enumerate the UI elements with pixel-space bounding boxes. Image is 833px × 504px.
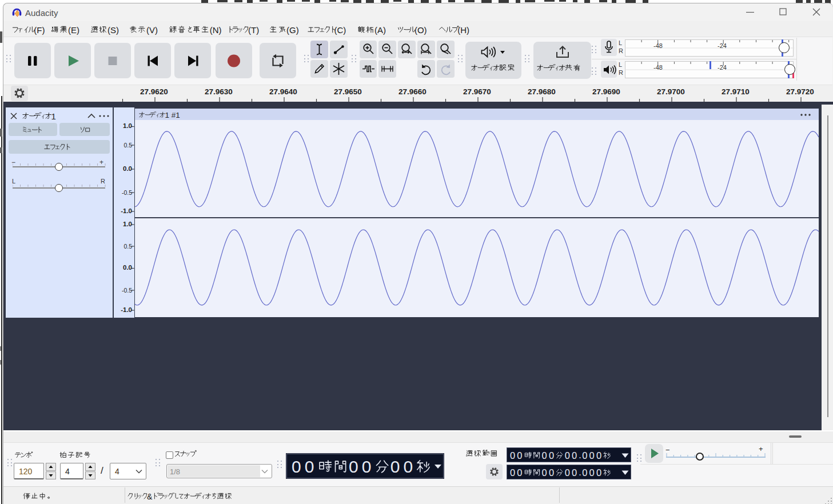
svg-text:&: &	[147, 492, 153, 501]
svg-text:1: 1	[51, 111, 56, 121]
svg-text:(F): (F)	[34, 25, 45, 35]
svg-text:(E): (E)	[68, 25, 79, 35]
svg-text:(S): (S)	[107, 25, 119, 35]
